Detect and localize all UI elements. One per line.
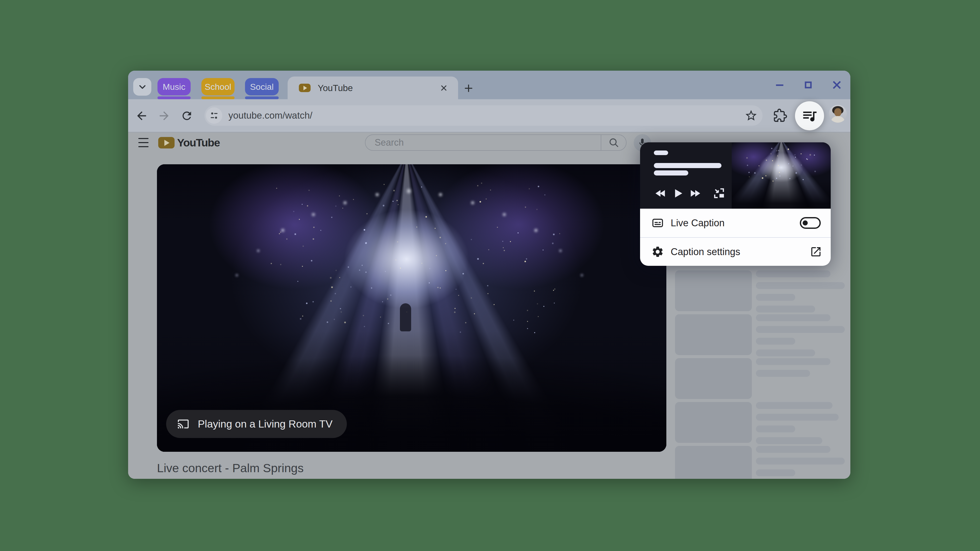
settings-gear-icon [651,245,664,258]
extensions-button[interactable] [773,108,788,123]
youtube-logo[interactable]: YouTube [158,137,220,149]
media-controls-popup: Live Caption Caption settings [640,142,831,266]
tune-icon [209,110,219,121]
avatar-face [834,108,842,116]
reload-button[interactable] [180,109,194,123]
back-arrow-icon [135,109,148,122]
suggested-video-item[interactable] [675,270,843,311]
tab-search-button[interactable] [133,78,151,96]
youtube-wordmark: YouTube [177,137,220,149]
minimize-button[interactable] [774,79,786,91]
search-input[interactable] [374,135,601,151]
window-controls [766,71,850,99]
extensions-puzzle-icon [773,109,787,122]
url-input[interactable] [228,110,743,121]
video-text-placeholder [756,358,830,382]
media-text-skeleton [654,151,668,155]
skeleton-line [756,414,838,421]
cast-status-pill: Playing on a Living Room TV [166,410,347,438]
menu-hamburger-button[interactable] [138,138,148,147]
close-window-button[interactable] [831,79,843,91]
video-thumbnail-placeholder[interactable] [675,270,752,311]
open-in-new-icon[interactable] [810,245,822,258]
toggle-knob [803,221,808,225]
skeleton-line [756,306,815,313]
tab-group-music[interactable]: Music [158,78,191,95]
youtube-search-bar [365,135,627,151]
reload-icon [180,110,193,122]
live-caption-icon [651,217,664,229]
video-text-placeholder [756,314,845,361]
picture-in-picture-button[interactable] [712,186,726,200]
skeleton-line [756,270,830,277]
media-playback-controls [654,186,730,200]
live-caption-row[interactable]: Live Caption [640,209,831,237]
address-bar[interactable] [204,105,762,126]
profile-avatar[interactable] [829,105,847,123]
forward-button[interactable] [157,109,171,123]
search-icon [608,137,619,148]
browser-window: Music School Social YouTube [128,71,850,479]
play-icon [671,187,684,200]
play-button[interactable] [671,186,684,200]
back-button[interactable] [135,109,148,123]
caption-settings-row[interactable]: Caption settings [640,237,831,266]
site-settings-button[interactable] [206,107,222,124]
suggested-video-item[interactable] [675,358,843,399]
live-caption-toggle[interactable] [800,217,821,229]
tab-group-underline-social [245,97,279,99]
media-text-skeleton [654,163,721,168]
video-thumbnail-placeholder[interactable] [675,446,752,479]
skeleton-line [756,446,830,453]
skeleton-line [756,326,845,333]
skeleton-line [756,426,795,432]
skeleton-line [756,402,832,409]
suggested-video-item[interactable] [675,446,843,479]
previous-track-button[interactable] [654,186,667,200]
stage-lights [157,164,158,165]
confetti [157,164,158,165]
bookmark-star-button[interactable] [743,108,759,124]
close-icon [831,79,843,91]
browser-toolbar [128,99,850,132]
skeleton-line [756,457,845,465]
media-text-skeleton [654,170,688,176]
tab-youtube[interactable]: YouTube [288,76,458,99]
video-text-placeholder [756,446,845,479]
skeleton-line [756,282,845,289]
skeleton-line [756,370,810,377]
skeleton-line [756,294,795,301]
plus-icon [463,83,474,94]
suggested-video-item[interactable] [675,402,843,443]
next-track-button[interactable] [689,186,702,200]
maximize-icon [802,79,814,91]
chevron-down-icon [137,82,148,92]
video-thumbnail-placeholder[interactable] [675,402,752,443]
maximize-button[interactable] [802,79,814,91]
previous-track-icon [654,187,667,200]
video-thumbnail-placeholder[interactable] [675,358,752,399]
tab-group-social[interactable]: Social [245,78,279,95]
youtube-play-icon [158,137,175,148]
live-caption-label: Live Caption [671,218,724,229]
tab-group-school[interactable]: School [201,78,234,95]
video-title: Live concert - Palm Springs [157,461,304,475]
video-player[interactable]: Playing on a Living Room TV [157,164,667,452]
youtube-favicon-icon [299,84,310,92]
artwork-concert-scene [732,142,831,209]
tab-close-button[interactable] [439,83,449,93]
media-artwork [732,142,831,209]
artwork-confetti [732,142,733,143]
media-controls-button[interactable] [795,101,824,130]
tab-group-underline-music [158,97,191,99]
minimize-icon [774,79,786,91]
suggested-video-item[interactable] [675,314,843,355]
new-tab-button[interactable] [463,82,475,94]
search-button[interactable] [601,135,626,150]
video-thumbnail-placeholder[interactable] [675,314,752,355]
picture-in-picture-icon [712,186,726,200]
forward-arrow-icon [158,109,171,122]
concert-scene [157,164,667,452]
star-icon [745,109,758,122]
video-text-placeholder [756,402,838,449]
